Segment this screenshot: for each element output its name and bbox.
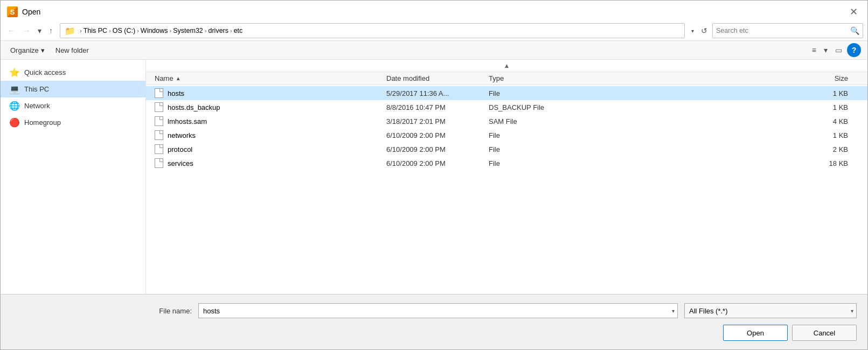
file-type-cell: File — [489, 145, 586, 153]
bottom-bar: File name: ▾ All Files (*.*) ▾ Open Canc… — [1, 294, 867, 349]
filename-label: File name: — [159, 307, 192, 315]
dialog-title: Open — [22, 8, 40, 16]
file-list-header: ▲ — [146, 60, 867, 72]
app-icon: S — [7, 6, 18, 17]
refresh-button[interactable]: ↺ — [698, 25, 710, 37]
help-button[interactable]: ? — [847, 43, 861, 57]
file-date-cell: 6/10/2009 2:00 PM — [386, 145, 489, 153]
table-row[interactable]: protocol 6/10/2009 2:00 PM File 2 KB — [146, 142, 867, 156]
breadcrumb-sep-5: › — [230, 27, 232, 34]
col-header-date[interactable]: Date modified — [386, 74, 489, 82]
file-icon — [155, 116, 163, 126]
sidebar-item-this-pc[interactable]: 💻 This PC — [1, 81, 145, 97]
toolbar-2: Organize ▾ New folder ≡ ▾ ▭ ? — [1, 41, 867, 60]
main-area: ⭐ Quick access 💻 This PC 🌐 Network 🔴 Hom… — [1, 60, 867, 294]
nav-dropdown-button[interactable]: ▾ — [35, 25, 44, 37]
file-name-cell: hosts.ds_backup — [155, 102, 386, 112]
breadcrumb-dropdown-button[interactable]: ▾ — [689, 26, 696, 36]
column-headers: Name ▲ Date modified Type Size — [146, 72, 867, 85]
breadcrumb-item-4[interactable]: drivers — [208, 27, 228, 34]
cancel-button[interactable]: Cancel — [792, 325, 857, 341]
filetype-select[interactable]: All Files (*.*) — [684, 303, 857, 318]
file-size-cell: 2 KB — [586, 145, 859, 153]
new-folder-button[interactable]: New folder — [52, 45, 92, 56]
file-type-cell: File — [489, 89, 586, 97]
open-button[interactable]: Open — [723, 325, 788, 341]
file-name-cell: services — [155, 158, 386, 168]
search-icon[interactable]: 🔍 — [850, 26, 859, 35]
breadcrumb-item-2[interactable]: Windows — [141, 27, 168, 34]
homegroup-icon: 🔴 — [9, 117, 20, 128]
toolbar-right: ≡ ▾ ▭ ? — [809, 43, 861, 57]
new-folder-label: New folder — [55, 46, 89, 54]
file-name-cell: protocol — [155, 144, 386, 154]
table-row[interactable]: hosts 5/29/2017 11:36 A... File 1 KB — [146, 86, 867, 100]
file-date-cell: 8/8/2016 10:47 PM — [386, 103, 489, 111]
col-header-name[interactable]: Name ▲ — [155, 74, 386, 82]
organize-arrow: ▾ — [41, 46, 45, 54]
file-date-cell: 3/18/2017 2:01 PM — [386, 117, 489, 125]
collapse-button[interactable]: ▲ — [504, 62, 510, 69]
forward-button[interactable]: → — [20, 25, 33, 37]
up-button[interactable]: ↑ — [46, 25, 55, 37]
quick-access-icon: ⭐ — [9, 67, 20, 78]
file-type-cell: DS_BACKUP File — [489, 103, 586, 111]
sidebar-item-label-quick-access: Quick access — [24, 68, 66, 76]
table-row[interactable]: services 6/10/2009 2:00 PM File 18 KB — [146, 156, 867, 170]
file-date-cell: 6/10/2009 2:00 PM — [386, 159, 489, 167]
sidebar-item-label-this-pc: This PC — [24, 85, 49, 93]
breadcrumb-item-1[interactable]: OS (C:) — [113, 27, 135, 34]
breadcrumb-sep-0: › — [80, 27, 82, 34]
file-name-text: lmhosts.sam — [168, 117, 207, 125]
file-icon — [155, 88, 163, 98]
file-name-text: hosts.ds_backup — [168, 103, 220, 111]
buttons-row: Open Cancel — [11, 325, 857, 341]
breadcrumb-sep-1: › — [109, 27, 111, 34]
filetype-wrapper: All Files (*.*) ▾ — [684, 303, 857, 318]
file-name-cell: lmhosts.sam — [155, 116, 386, 126]
title-bar-left: S Open — [7, 6, 40, 17]
file-area: ▲ Name ▲ Date modified Type Size — [146, 60, 867, 294]
table-row[interactable]: networks 6/10/2009 2:00 PM File 1 KB — [146, 128, 867, 142]
back-button[interactable]: ← — [5, 25, 18, 37]
view-list-button[interactable]: ≡ — [809, 44, 819, 56]
search-input[interactable] — [716, 27, 850, 34]
file-date-cell: 5/29/2017 11:36 A... — [386, 89, 489, 97]
this-pc-icon: 💻 — [9, 84, 20, 94]
sidebar: ⭐ Quick access 💻 This PC 🌐 Network 🔴 Hom… — [1, 60, 146, 294]
organize-button[interactable]: Organize ▾ — [7, 45, 48, 56]
breadcrumb-item-3[interactable]: System32 — [173, 27, 203, 34]
breadcrumb-sep-2: › — [137, 27, 139, 34]
file-size-cell: 1 KB — [586, 103, 859, 111]
table-row[interactable]: hosts.ds_backup 8/8/2016 10:47 PM DS_BAC… — [146, 100, 867, 114]
file-name-text: services — [168, 159, 193, 167]
organize-label: Organize — [10, 46, 39, 54]
nav-bar: ← → ▾ ↑ 📁 › This PC › OS (C:) › Windows … — [1, 21, 867, 41]
view-preview-button[interactable]: ▭ — [832, 44, 845, 56]
search-box: 🔍 — [712, 23, 863, 38]
file-name-cell: networks — [155, 130, 386, 140]
open-dialog: S Open ✕ ← → ▾ ↑ 📁 › This PC › OS (C:) ›… — [0, 0, 868, 350]
file-name-cell: hosts — [155, 88, 386, 98]
sidebar-item-label-network: Network — [24, 102, 50, 110]
file-date-cell: 6/10/2009 2:00 PM — [386, 131, 489, 139]
sidebar-item-homegroup[interactable]: 🔴 Homegroup — [1, 114, 145, 131]
col-header-type[interactable]: Type — [489, 74, 586, 82]
file-name-text: networks — [168, 131, 196, 139]
file-icon — [155, 130, 163, 140]
filename-input-wrapper: ▾ — [198, 303, 678, 318]
breadcrumb-item-5[interactable]: etc — [234, 27, 243, 34]
table-row[interactable]: lmhosts.sam 3/18/2017 2:01 PM SAM File 4… — [146, 114, 867, 128]
sidebar-item-network[interactable]: 🌐 Network — [1, 97, 145, 114]
view-dropdown-button[interactable]: ▾ — [821, 44, 830, 56]
close-button[interactable]: ✕ — [846, 5, 861, 19]
file-icon — [155, 102, 163, 112]
col-header-size[interactable]: Size — [586, 74, 859, 82]
sort-icon: ▲ — [176, 75, 181, 81]
sidebar-item-quick-access[interactable]: ⭐ Quick access — [1, 64, 145, 81]
title-bar: S Open ✕ — [1, 1, 867, 21]
folder-icon: 📁 — [65, 26, 75, 36]
file-name-text: protocol — [168, 145, 192, 153]
filename-input[interactable] — [198, 303, 678, 318]
breadcrumb-item-0[interactable]: This PC — [84, 27, 107, 34]
